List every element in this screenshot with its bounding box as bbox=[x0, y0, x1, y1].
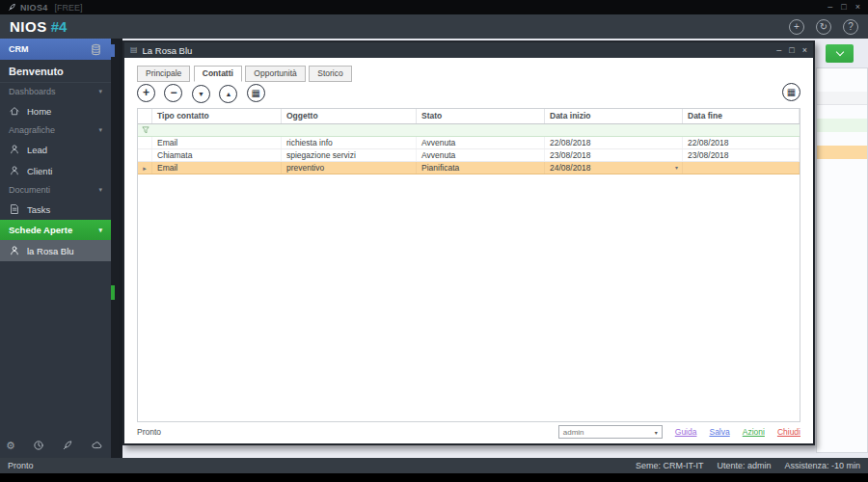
rocket-icon[interactable] bbox=[62, 440, 73, 451]
cell-tipo-contatto[interactable]: Chiamata bbox=[152, 149, 282, 161]
window-maximize-button[interactable]: □ bbox=[789, 45, 794, 55]
background-list-row bbox=[817, 119, 867, 132]
person-icon bbox=[9, 245, 20, 256]
filter-cell[interactable] bbox=[282, 124, 417, 136]
grid-view-button[interactable]: ▦ bbox=[247, 84, 265, 102]
column-header[interactable]: Oggetto bbox=[282, 109, 417, 123]
window-minimize-button[interactable]: – bbox=[776, 45, 781, 55]
filter-cell[interactable] bbox=[683, 124, 800, 136]
filter-cell[interactable] bbox=[152, 124, 282, 136]
chevron-down-icon bbox=[835, 48, 843, 56]
cloud-icon[interactable] bbox=[91, 440, 103, 451]
sidebar-item-tasks[interactable]: Tasks bbox=[0, 199, 111, 220]
column-header[interactable]: Data fine bbox=[683, 109, 800, 123]
arrow-down-button[interactable]: ▼ bbox=[192, 85, 210, 103]
cell-stato[interactable]: Avvenuta bbox=[417, 137, 545, 148]
chevron-down-icon: ▾ bbox=[98, 88, 102, 95]
sidebar-item-clienti[interactable]: Clienti bbox=[0, 160, 111, 181]
cell-oggetto[interactable]: spiegazione servizi bbox=[282, 149, 417, 161]
os-edition-label: [FREE] bbox=[55, 3, 83, 13]
salva-link[interactable]: Salva bbox=[709, 427, 729, 437]
chevron-down-icon[interactable]: ▾ bbox=[675, 162, 678, 174]
rocket-icon bbox=[8, 3, 16, 12]
column-header[interactable]: Stato bbox=[417, 109, 545, 123]
chevron-down-icon: ▾ bbox=[655, 429, 658, 436]
tab-contatti[interactable]: Contatti bbox=[194, 66, 242, 82]
guida-link[interactable]: Guida bbox=[675, 427, 697, 437]
window-body: Principale Contatti Opportunità Storico … bbox=[124, 58, 813, 443]
sidebar-item-label: Home bbox=[27, 106, 51, 117]
tab-storico[interactable]: Storico bbox=[309, 66, 351, 82]
sidebar-item-la-rosa-blu[interactable]: la Rosa Blu bbox=[0, 240, 111, 261]
table-row[interactable]: Email richiesta info Avvenuta 22/08/2018… bbox=[138, 137, 800, 149]
add-record-button[interactable]: + bbox=[137, 84, 155, 102]
cell-oggetto[interactable]: preventivo bbox=[282, 162, 417, 174]
help-button[interactable]: ? bbox=[843, 19, 858, 35]
sidebar-module-crm[interactable]: CRM bbox=[0, 39, 111, 60]
brand-name: NIOS bbox=[10, 18, 47, 35]
background-action-button[interactable] bbox=[826, 44, 854, 63]
arrow-up-button[interactable]: ▲ bbox=[219, 85, 237, 103]
remove-record-button[interactable]: − bbox=[164, 84, 182, 102]
chiudi-link[interactable]: Chiudi bbox=[777, 427, 800, 437]
cell-data-inizio[interactable]: 24/08/2018 ▾ bbox=[545, 162, 683, 174]
sidebar-section-documenti[interactable]: Documenti ▾ bbox=[0, 181, 111, 199]
calendar-button[interactable]: ▦ bbox=[782, 83, 800, 101]
filter-cell[interactable] bbox=[417, 124, 545, 136]
os-close-button[interactable]: × bbox=[855, 3, 860, 12]
window-titlebar[interactable]: ▤ La Rosa Blu – □ × bbox=[124, 42, 813, 58]
cell-stato[interactable]: Pianificata bbox=[417, 162, 545, 174]
tab-opportunita[interactable]: Opportunità bbox=[245, 66, 305, 82]
filter-cell[interactable] bbox=[545, 124, 683, 136]
azioni-link[interactable]: Azioni bbox=[743, 427, 765, 437]
section-label: Anagrafiche bbox=[9, 125, 55, 135]
background-list-row bbox=[817, 132, 867, 146]
sidebar-welcome[interactable]: Benvenuto bbox=[0, 60, 111, 83]
home-icon bbox=[9, 105, 20, 117]
window-status: Pronto bbox=[137, 427, 161, 437]
cell-oggetto[interactable]: richiesta info bbox=[282, 137, 417, 148]
cell-data-fine[interactable] bbox=[683, 162, 800, 174]
column-header[interactable]: Data inizio bbox=[545, 109, 683, 123]
column-header[interactable]: Tipo contatto bbox=[152, 109, 282, 123]
table-row[interactable]: Chiamata spiegazione servizi Avvenuta 23… bbox=[138, 149, 800, 162]
window-shadow bbox=[111, 39, 122, 458]
cell-data-fine[interactable]: 23/08/2018 bbox=[683, 149, 800, 161]
clock-icon[interactable] bbox=[33, 440, 44, 451]
window-close-button[interactable]: × bbox=[802, 45, 807, 55]
document-icon bbox=[9, 203, 20, 215]
record-window: ▤ La Rosa Blu – □ × Principale Contatti … bbox=[122, 40, 815, 445]
chevron-down-icon: ▾ bbox=[98, 186, 102, 194]
sidebar: CRM Benvenuto Dashboards ▾ Home Anagrafi… bbox=[0, 39, 111, 458]
sidebar-section-dashboards[interactable]: Dashboards ▾ bbox=[0, 83, 111, 100]
sidebar-section-schede-aperte[interactable]: Schede Aperte ▾ bbox=[0, 220, 111, 240]
funnel-icon bbox=[142, 126, 149, 134]
cell-data-inizio[interactable]: 22/08/2018 bbox=[545, 137, 683, 148]
filter-row[interactable] bbox=[138, 124, 800, 137]
cell-tipo-contatto[interactable]: Email bbox=[152, 137, 282, 148]
background-list-row bbox=[817, 146, 867, 159]
sidebar-item-label: Tasks bbox=[27, 204, 50, 215]
sidebar-section-anagrafiche[interactable]: Anagrafiche ▾ bbox=[0, 121, 111, 139]
section-label: Dashboards bbox=[9, 87, 56, 96]
cell-stato[interactable]: Avvenuta bbox=[417, 149, 545, 161]
module-label: CRM bbox=[9, 44, 29, 54]
table-row-selected[interactable]: ▸ Email preventivo Pianificata 24/08/201… bbox=[138, 162, 800, 174]
sidebar-item-home[interactable]: Home bbox=[0, 100, 111, 121]
gear-icon[interactable]: ⚙ bbox=[6, 441, 15, 451]
cell-tipo-contatto[interactable]: Email bbox=[152, 162, 282, 174]
tab-principale[interactable]: Principale bbox=[137, 66, 190, 82]
user-select[interactable]: admin ▾ bbox=[558, 425, 663, 439]
add-button[interactable]: + bbox=[789, 19, 804, 35]
os-maximize-button[interactable]: □ bbox=[841, 3, 846, 12]
sync-icon[interactable]: ↻ bbox=[816, 19, 831, 35]
utente-label: Utente: admin bbox=[717, 461, 771, 470]
status-text: Pronto bbox=[8, 461, 34, 470]
chevron-down-icon: ▾ bbox=[98, 227, 102, 234]
cell-data-fine[interactable]: 22/08/2018 bbox=[683, 137, 800, 148]
row-indicator: ▸ bbox=[138, 162, 152, 174]
user-select-value: admin bbox=[563, 428, 584, 437]
os-minimize-button[interactable]: – bbox=[827, 3, 832, 12]
cell-data-inizio[interactable]: 23/08/2018 bbox=[545, 149, 683, 161]
sidebar-item-lead[interactable]: Lead bbox=[0, 139, 111, 160]
